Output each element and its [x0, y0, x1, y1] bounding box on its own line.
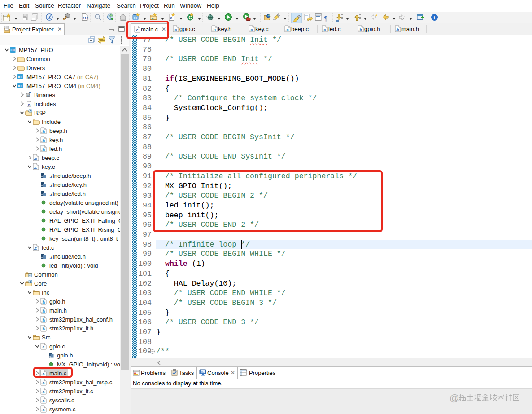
svg-text:.h: .h — [41, 129, 45, 134]
svg-text:.c: .c — [249, 27, 253, 32]
svg-text:.h: .h — [41, 138, 45, 143]
svg-text:IDE: IDE — [18, 84, 24, 88]
svg-text:.c: .c — [41, 408, 45, 412]
svg-text:c: c — [152, 16, 154, 20]
svg-text:.h: .h — [212, 27, 216, 32]
svg-text:010: 010 — [83, 17, 89, 20]
svg-text:.h: .h — [41, 318, 45, 322]
svg-text:.h: .h — [41, 147, 45, 152]
svg-text:.c: .c — [323, 27, 326, 32]
svg-text:c: c — [170, 16, 172, 20]
svg-text:IDE: IDE — [18, 75, 24, 79]
svg-text:.c: .c — [285, 27, 289, 32]
svg-text:.c: .c — [34, 165, 37, 170]
svg-text:.h: .h — [41, 327, 45, 331]
svg-text:.c: .c — [41, 390, 45, 394]
svg-text:.h: .h — [396, 27, 399, 32]
svg-text:.h: .h — [41, 309, 45, 313]
svg-text:C: C — [30, 281, 32, 283]
svg-text:.h: .h — [41, 300, 45, 304]
svg-text:i: i — [434, 15, 435, 20]
svg-text:.c: .c — [41, 399, 45, 403]
svg-text:h: h — [28, 103, 31, 107]
svg-text:.c: .c — [174, 27, 177, 32]
svg-text:@: @ — [449, 393, 459, 403]
svg-text:IDE: IDE — [10, 48, 16, 52]
svg-text:.c: .c — [34, 246, 37, 251]
svg-text:C: C — [30, 110, 32, 113]
svg-text:.h: .h — [358, 27, 362, 32]
svg-text:.c: .c — [41, 345, 45, 349]
svg-text:.c: .c — [41, 381, 45, 385]
svg-text:¶: ¶ — [324, 15, 327, 22]
svg-text:.c: .c — [34, 156, 37, 161]
svg-text:C: C — [134, 16, 137, 20]
